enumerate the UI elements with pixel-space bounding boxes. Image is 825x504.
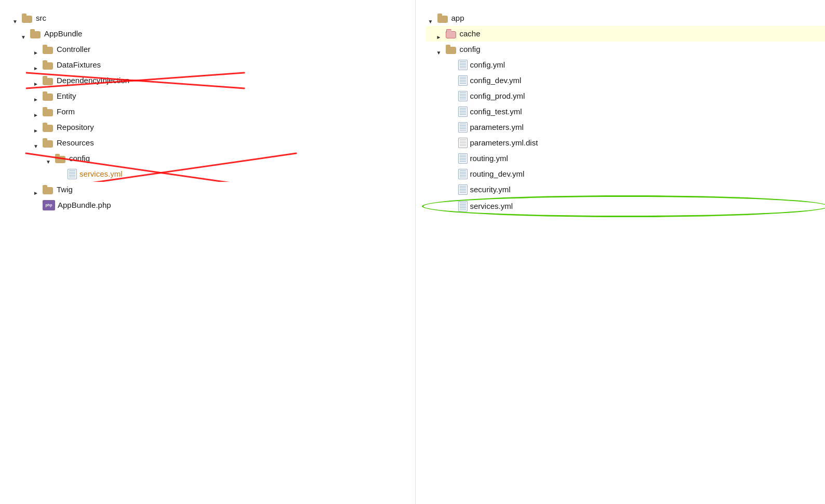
folder-icon-controller <box>43 45 54 54</box>
label-config-dev-yml: config_dev.yml <box>470 74 522 87</box>
arrow-resources <box>33 139 41 147</box>
label-form: Form <box>57 105 75 118</box>
folder-icon-datafixtures <box>43 60 54 70</box>
tree-item-resources[interactable]: Resources <box>10 135 410 151</box>
label-repository: Repository <box>57 121 94 134</box>
yaml-icon-config-prod <box>458 91 468 101</box>
tree-item-repository[interactable]: Repository <box>10 120 410 135</box>
tree-item-config-yml[interactable]: config.yml <box>426 57 826 73</box>
php-icon-appbundle: php <box>43 200 55 210</box>
label-config-resources: config <box>69 152 90 165</box>
tree-item-config-dev-yml[interactable]: config_dev.yml <box>426 73 826 88</box>
label-config-prod-yml: config_prod.yml <box>470 90 525 102</box>
label-resources: Resources <box>57 137 94 149</box>
tree-item-src[interactable]: src <box>10 10 410 26</box>
dist-icon-parameters <box>458 138 468 148</box>
tree-item-config-dir[interactable]: config <box>426 42 826 57</box>
arrow-config-resources <box>46 155 53 162</box>
tree-item-cache[interactable]: cache <box>426 26 826 42</box>
tree-item-routing-dev-yml[interactable]: routing_dev.yml <box>426 166 826 182</box>
folder-icon-cache <box>446 29 457 38</box>
arrow-config-dir <box>436 46 444 53</box>
label-services-yml-right: services.yml <box>470 200 513 213</box>
tree-item-services-yml-left[interactable]: services.yml <box>10 166 410 182</box>
folder-icon-config-dir <box>446 45 457 54</box>
tree-item-form[interactable]: Form <box>10 104 410 120</box>
label-parameters-yml: parameters.yml <box>470 121 524 134</box>
tree-item-security-yml[interactable]: security.yml <box>426 182 826 197</box>
tree-item-twig[interactable]: Twig <box>10 182 410 197</box>
tree-item-controller[interactable]: Controller <box>10 42 410 57</box>
yaml-icon-config-dev <box>458 75 468 86</box>
label-cache: cache <box>460 28 481 40</box>
label-src: src <box>36 12 46 24</box>
label-config-dir: config <box>460 43 481 56</box>
right-panel: app cache config config.yml config_dev.y… <box>415 0 826 504</box>
tree-item-entity[interactable]: Entity <box>10 88 410 104</box>
label-routing-yml: routing.yml <box>470 152 508 165</box>
yaml-icon-services-right <box>458 201 468 211</box>
arrow-src <box>12 15 20 22</box>
tree-item-services-yml-right[interactable]: services.yml <box>426 198 826 214</box>
tree-item-dependencyinjection[interactable]: DependencyInjection <box>10 73 410 88</box>
folder-icon-repository <box>43 123 54 132</box>
tree-item-config-prod-yml[interactable]: config_prod.yml <box>426 88 826 104</box>
label-di: DependencyInjection <box>57 74 129 87</box>
folder-icon-config-resources <box>55 154 66 163</box>
tree-item-datafixtures[interactable]: DataFixtures <box>10 57 410 73</box>
label-datafixtures: DataFixtures <box>57 59 101 71</box>
folder-icon-form <box>43 107 54 116</box>
arrow-entity <box>33 92 41 100</box>
crossed-section: config services.yml <box>10 151 410 182</box>
tree-item-parameters-yml[interactable]: parameters.yml <box>426 120 826 135</box>
arrow-form <box>33 108 41 115</box>
arrow-repository <box>33 124 41 131</box>
folder-icon-twig <box>43 185 54 194</box>
label-routing-dev-yml: routing_dev.yml <box>470 168 525 180</box>
yaml-icon-config-test <box>458 107 468 117</box>
tree-item-app[interactable]: app <box>426 10 826 26</box>
label-appbundle-php: AppBundle.php <box>58 199 111 211</box>
label-config-test-yml: config_test.yml <box>470 105 522 118</box>
label-config-yml: config.yml <box>470 59 505 71</box>
arrow-datafixtures <box>33 61 41 69</box>
arrow-app <box>428 15 435 22</box>
label-entity: Entity <box>57 90 76 102</box>
arrow-appbundle <box>21 30 28 37</box>
folder-icon-app <box>437 14 449 23</box>
tree-item-appbundle[interactable]: AppBundle <box>10 26 410 42</box>
yaml-icon-routing-dev <box>458 169 468 179</box>
arrow-controller <box>33 46 41 53</box>
yaml-icon-routing <box>458 153 468 164</box>
yaml-icon-security <box>458 184 468 195</box>
yaml-icon-parameters <box>458 122 468 132</box>
label-security-yml: security.yml <box>470 183 511 196</box>
yaml-icon-services-left <box>68 169 77 179</box>
arrow-di <box>33 77 41 84</box>
tree-item-appbundle-php[interactable]: php AppBundle.php <box>10 197 410 213</box>
folder-icon-src <box>22 14 33 23</box>
folder-icon-entity <box>43 91 54 101</box>
label-parameters-yml-dist: parameters.yml.dist <box>470 137 538 149</box>
folder-icon-di <box>43 76 54 85</box>
arrow-cache <box>436 30 444 37</box>
label-app: app <box>451 12 464 24</box>
folder-icon-appbundle <box>30 29 42 38</box>
tree-item-config-test-yml[interactable]: config_test.yml <box>426 104 826 120</box>
tree-item-config-resources[interactable]: config <box>10 151 410 166</box>
label-controller: Controller <box>57 43 90 56</box>
left-panel: src AppBundle Controller DataFixtures De… <box>0 0 415 504</box>
label-services-yml-left: services.yml <box>79 168 123 180</box>
folder-icon-resources <box>43 138 54 148</box>
label-appbundle: AppBundle <box>44 28 82 40</box>
tree-item-routing-yml[interactable]: routing.yml <box>426 151 826 166</box>
tree-item-parameters-yml-dist[interactable]: parameters.yml.dist <box>426 135 826 151</box>
label-twig: Twig <box>57 183 73 196</box>
yaml-icon-config <box>458 60 468 70</box>
arrow-twig <box>33 186 41 193</box>
